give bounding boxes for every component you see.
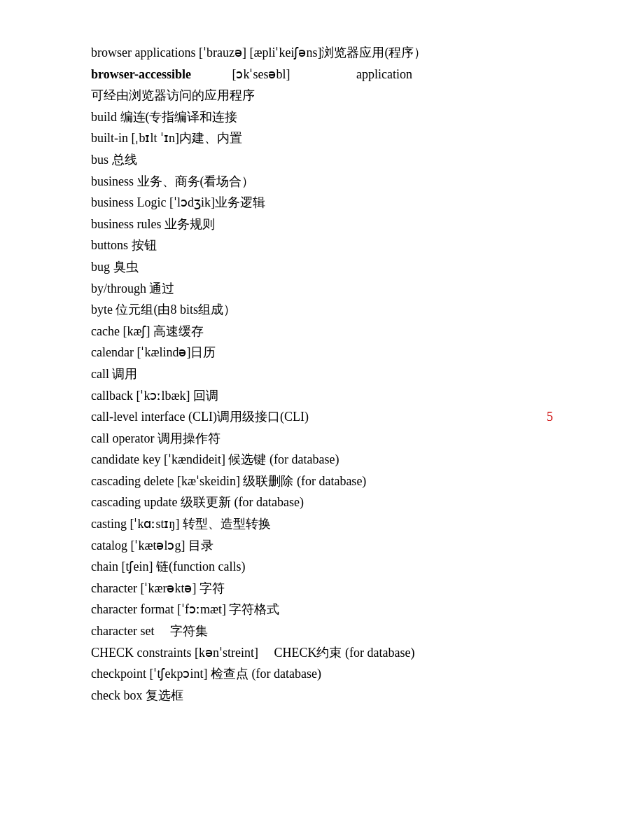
entry-browser-accessible-zh: 可经由浏览器访问的应用程序 xyxy=(91,85,553,106)
entry-character-set: character set 字符集 xyxy=(91,620,553,642)
entry-text: callback [ˈkɔːlbæk] 回调 xyxy=(91,389,218,403)
entry-check-constraints: CHECK constraints [kənˈstreint] CHECK约束 … xyxy=(91,642,553,664)
entry-callback: callback [ˈkɔːlbæk] 回调 xyxy=(91,385,553,407)
entry-text: character [ˈkærəktə] 字符 xyxy=(91,581,225,595)
entry-text: cache [kæʃ] 高速缓存 xyxy=(91,324,204,338)
entry-call: call 调用 xyxy=(91,363,553,385)
entry-business: business 业务、商务(看场合） xyxy=(91,171,553,193)
entry-candidate-key: candidate key [ˈkændideit] 候选键 (for data… xyxy=(91,449,553,471)
entry-text: browser-accessible [ɔkˈsesəbl] applicati… xyxy=(91,64,553,85)
entry-text: call operator 调用操作符 xyxy=(91,431,220,445)
entry-text: cascading delete [kæˈskeidin] 级联删除 (for … xyxy=(91,474,366,488)
entry-text: byte 位元组(由8 bits组成） xyxy=(91,303,236,317)
entry-text: by/through 通过 xyxy=(91,282,175,296)
entry-built-in: built-in [ˌbɪlt ˈɪn]内建、内置 xyxy=(91,127,553,149)
entry-text: business Logic [ˈlɔdʒik]业务逻辑 xyxy=(91,195,265,209)
entry-text: 可经由浏览器访问的应用程序 xyxy=(91,88,255,102)
entry-text: build 编连(专指编译和连接 xyxy=(91,110,238,124)
entry-text: call 调用 xyxy=(91,367,137,381)
entry-cache: cache [kæʃ] 高速缓存 xyxy=(91,321,553,342)
entry-text: business 业务、商务(看场合） xyxy=(91,174,255,188)
entry-bus: bus 总线 xyxy=(91,149,553,171)
entry-text: catalog [ˈkætəlɔg] 目录 xyxy=(91,538,214,552)
entry-by-through: by/through 通过 xyxy=(91,278,553,300)
entry-text: CHECK constraints [kənˈstreint] CHECK约束 … xyxy=(91,646,414,660)
entry-buttons: buttons 按钮 xyxy=(91,235,553,256)
entry-text: browser applications [ˈbrauzə] [æpliˈkei… xyxy=(91,46,426,60)
entry-text: built-in [ˌbɪlt ˈɪn]内建、内置 xyxy=(91,131,242,145)
entry-text: character format [ˈfɔːmæt] 字符格式 xyxy=(91,602,279,616)
entry-bug: bug 臭虫 xyxy=(91,256,553,278)
entry-call-operator: call operator 调用操作符 xyxy=(91,428,553,450)
entry-text: check box 复选框 xyxy=(91,688,183,702)
entry-check-box: check box 复选框 xyxy=(91,685,553,707)
entry-character-format: character format [ˈfɔːmæt] 字符格式 xyxy=(91,599,553,620)
entry-business-rules: business rules 业务规则 xyxy=(91,214,553,235)
entry-byte: byte 位元组(由8 bits组成） xyxy=(91,299,553,321)
entry-text: buttons 按钮 xyxy=(91,238,157,252)
entry-calendar: calendar [ˈkælində]日历 xyxy=(91,342,553,363)
entry-text: bus 总线 xyxy=(91,153,137,167)
entry-cascading-update: cascading update 级联更新 (for database) xyxy=(91,492,553,513)
entry-browser-applications: browser applications [ˈbrauzə] [æpliˈkei… xyxy=(91,42,553,64)
entry-character: character [ˈkærəktə] 字符 xyxy=(91,578,553,599)
entry-chain: chain [tʃein] 链(function calls) xyxy=(91,556,553,578)
entry-text: casting [ˈkɑːstɪŋ] 转型、造型转换 xyxy=(91,517,271,531)
entry-catalog: catalog [ˈkætəlɔg] 目录 xyxy=(91,535,553,557)
entry-text: chain [tʃein] 链(function calls) xyxy=(91,560,245,574)
entry-browser-accessible: browser-accessible [ɔkˈsesəbl] applicati… xyxy=(91,64,553,85)
entry-call-level-interface: call-level interface (CLI)调用级接口(CLI) 5 xyxy=(91,406,553,428)
entry-text: bug 臭虫 xyxy=(91,260,139,274)
entry-text: call-level interface (CLI)调用级接口(CLI) xyxy=(91,406,532,428)
entry-text: calendar [ˈkælində]日历 xyxy=(91,345,216,359)
entry-text: character set 字符集 xyxy=(91,624,208,638)
entry-casting: casting [ˈkɑːstɪŋ] 转型、造型转换 xyxy=(91,513,553,535)
entry-build: build 编连(专指编译和连接 xyxy=(91,106,553,128)
entry-text: cascading update 级联更新 (for database) xyxy=(91,495,304,509)
entry-cascading-delete: cascading delete [kæˈskeidin] 级联删除 (for … xyxy=(91,471,553,492)
entry-text: checkpoint [ˈtʃekpɔint] 检查点 (for databas… xyxy=(91,667,321,681)
entry-checkpoint: checkpoint [ˈtʃekpɔint] 检查点 (for databas… xyxy=(91,663,553,685)
entry-text: business rules 业务规则 xyxy=(91,217,215,231)
dictionary-content: browser applications [ˈbrauzə] [æpliˈkei… xyxy=(91,42,553,706)
entry-business-logic: business Logic [ˈlɔdʒik]业务逻辑 xyxy=(91,192,553,214)
page-number: 5 xyxy=(532,406,553,428)
entry-text: candidate key [ˈkændideit] 候选键 (for data… xyxy=(91,452,339,466)
